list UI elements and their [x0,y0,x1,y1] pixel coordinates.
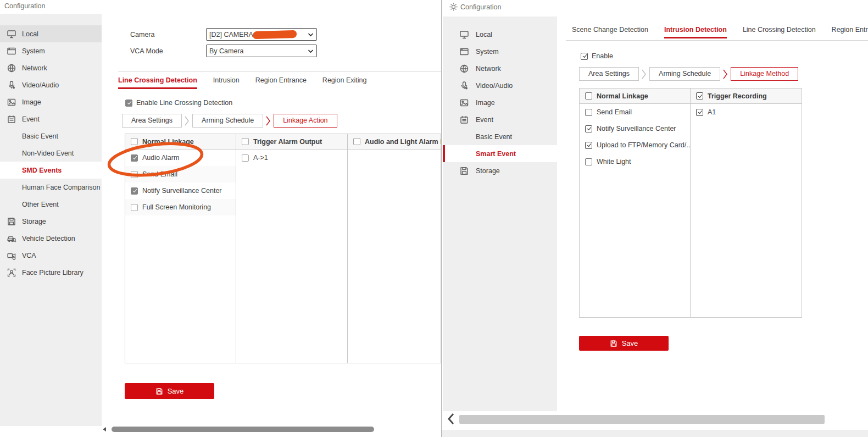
row-checkbox-notify-surveillance-center[interactable] [131,187,138,195]
tab-region-entranc[interactable]: Region Entranc [832,26,868,38]
row-label: Notify Surveillance Center [142,187,222,195]
row-checkbox-a-1[interactable] [242,154,249,162]
table-row: Notify Surveillance Center [125,182,236,199]
step-area-settings[interactable]: Area Settings [122,114,182,128]
sidebar-item-label: Storage [476,167,500,175]
image-icon [7,97,16,107]
tab-region-exiting[interactable]: Region Exiting [322,76,367,89]
row-label: Audio Alarm [142,154,179,162]
enable-label: Enable [592,52,613,60]
event-icon [459,115,469,125]
enable-label: Enable Line Crossing Detection [136,99,232,107]
sidebar-item-video-audio[interactable]: Video/Audio [443,77,557,94]
row-label: Send Email [142,170,177,178]
row-checkbox-full-screen-monitoring[interactable] [131,204,138,211]
horizontal-scrollbar[interactable] [112,427,374,432]
sidebar-item-label: Storage [22,218,46,225]
sidebar-item-system[interactable]: System [443,43,557,60]
step-linkage-action[interactable]: Linkage Action [274,114,337,128]
step-linkage-method[interactable]: Linkage Method [731,67,798,81]
save-button-label: Save [168,387,184,395]
row-label: A->1 [253,154,268,162]
row-checkbox-notify-surveillance-center[interactable] [585,125,592,132]
sidebar-item-other-event[interactable]: Other Event [0,196,102,213]
sidebar-item-basic-event[interactable]: Basic Event [0,128,102,145]
row-checkbox-upload-to-ftp-memory-card[interactable] [585,142,592,149]
vca-mode-select[interactable]: By Camera [206,45,317,57]
column-header-checkbox[interactable] [242,138,249,145]
column-header-checkbox[interactable] [696,92,703,99]
column-header-checkbox[interactable] [353,138,360,145]
chevron-down-icon [308,48,314,54]
sidebar-item-vehicle-detection[interactable]: Vehicle Detection [0,230,102,247]
sidebar-item-smart-event[interactable]: Smart Event [443,145,557,162]
save-button[interactable]: Save [125,383,214,399]
page-title: Configuration [460,3,501,11]
sidebar-item-local[interactable]: Local [443,26,557,43]
tab-intrusion-detection[interactable]: Intrusion Detection [664,26,727,38]
tab-line-crossing-detection[interactable]: Line Crossing Detection [743,26,816,38]
sidebar-item-local[interactable]: Local [0,25,102,42]
sidebar-item-image[interactable]: Image [0,93,102,110]
save-button[interactable]: Save [579,336,669,351]
tab-intrusion[interactable]: Intrusion [213,76,240,89]
sidebar-item-label: SMD Events [22,167,62,174]
row-checkbox-a1[interactable] [696,109,703,116]
row-checkbox-audio-alarm[interactable] [131,154,138,162]
chevron-right-icon [266,115,271,127]
column-header-checkbox[interactable] [585,92,592,99]
monitor-icon [459,30,469,40]
sidebar-item-label: Face Picture Library [22,269,84,276]
tab-region-entrance[interactable]: Region Entrance [255,76,307,89]
row-label: Send Email [597,108,632,116]
row-checkbox-send-email[interactable] [131,171,138,178]
sidebar-item-non-video-event[interactable]: Non-Video Event [0,145,102,162]
tab-scene-change-detection[interactable]: Scene Change Detection [572,26,648,38]
row-label: A1 [708,108,716,116]
sidebar-item-label: Vehicle Detection [22,235,75,242]
horizontal-scrollbar[interactable] [459,415,825,424]
column-header-label: Normal Linkage [597,92,648,100]
sidebar-item-human-face-comparison[interactable]: Human Face Comparison [0,179,102,196]
vca-icon [7,251,16,261]
column-header-label: Trigger Alarm Output [253,138,322,146]
enable-checkbox[interactable] [581,53,588,60]
sidebar-item-storage[interactable]: Storage [443,162,557,179]
sidebar-item-label: Image [476,99,495,107]
column-header-label: Audio and Light Alarm Li [365,138,441,146]
column-header-checkbox[interactable] [131,138,138,145]
scroll-left-arrow[interactable] [103,427,106,432]
step-arming-schedule[interactable]: Arming Schedule [192,114,263,128]
mic-icon [7,80,16,90]
sidebar-item-basic-event[interactable]: Basic Event [443,128,557,145]
sidebar-item-smd-events[interactable]: SMD Events [0,162,102,179]
storage-icon [7,217,16,226]
sidebar-item-storage[interactable]: Storage [0,213,102,230]
step-area-settings[interactable]: Area Settings [579,67,639,81]
chevron-down-icon [308,32,314,38]
sidebar-item-vca[interactable]: VCA [0,247,102,264]
scroll-left-chevron-icon[interactable] [447,413,455,425]
sidebar-item-label: Local [22,30,38,38]
tab-line-crossing-detection[interactable]: Line Crossing Detection [118,76,197,89]
step-arming-schedule[interactable]: Arming Schedule [649,67,720,81]
row-checkbox-white-light[interactable] [585,158,592,165]
camera-select[interactable]: [D2] CAMERA [206,28,317,41]
sidebar-item-network[interactable]: Network [0,59,102,76]
sidebar-item-event[interactable]: Event [443,111,557,128]
column-header: Normal Linkage [580,88,690,104]
sidebar-item-face-picture-library[interactable]: Face Picture Library [0,264,102,281]
table-column: Normal LinkageSend EmailNotify Surveilla… [580,88,691,317]
sidebar-item-event[interactable]: Event [0,110,102,128]
detection-tabs: Line Crossing DetectionIntrusionRegion E… [118,76,366,89]
enable-checkbox[interactable] [125,99,132,107]
sidebar-item-network[interactable]: Network [443,60,557,77]
sidebar-item-system[interactable]: System [0,42,102,59]
image-icon [459,98,469,108]
sidebar-item-video-audio[interactable]: Video/Audio [0,76,102,93]
row-checkbox-send-email[interactable] [585,109,592,116]
sidebar-item-image[interactable]: Image [443,94,557,111]
camera-select-value: [D2] CAMERA [209,31,253,38]
enable-row: Enable [581,52,613,60]
sidebar-item-label: Basic Event [476,133,512,141]
